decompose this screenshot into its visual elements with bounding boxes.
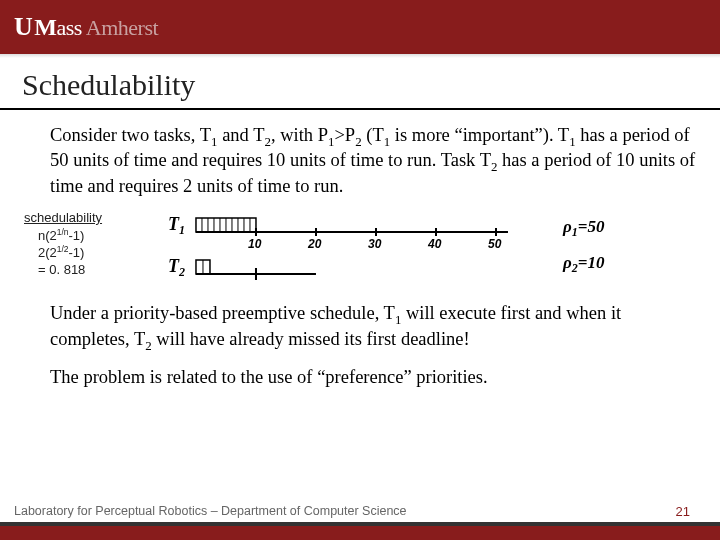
rho1-label: ρ1=50	[562, 217, 605, 239]
title-underline	[0, 108, 720, 110]
sched-line3: = 0. 818	[24, 262, 102, 278]
page-title: Schedulability	[0, 58, 720, 108]
footer: Laboratory for Perceptual Robotics – Dep…	[0, 500, 720, 540]
footer-page-number: 21	[676, 504, 690, 519]
logo-ass: ass	[56, 15, 81, 41]
p1-text: (T	[362, 125, 384, 145]
logo-m: M	[34, 14, 56, 41]
logo-amherst: Amherst	[86, 15, 158, 41]
umass-logo: U M ass Amherst	[14, 12, 158, 42]
timeline-diagram: T1 10 20 30 40 50 ρ1=50 T2	[116, 210, 720, 286]
paragraph-2: Under a priority-based preemptive schedu…	[0, 302, 720, 354]
sched-line1: n(21/n-1)	[24, 227, 102, 245]
p1-text: , with P	[271, 125, 328, 145]
svg-text:50: 50	[488, 237, 502, 251]
paragraph-1: Consider two tasks, T1 and T2, with P1>P…	[0, 124, 720, 199]
sched-label: schedulability	[24, 210, 102, 226]
t2-exec-bar	[196, 260, 210, 274]
p1-text: >P	[334, 125, 355, 145]
logo-u: U	[14, 12, 32, 42]
p1-text: and T	[218, 125, 265, 145]
svg-text:20: 20	[307, 237, 322, 251]
footer-text: Laboratory for Perceptual Robotics – Dep…	[0, 500, 720, 518]
svg-text:30: 30	[368, 237, 382, 251]
t2-label: T2	[168, 256, 185, 279]
t1-label: T1	[168, 214, 185, 237]
t1-exec-bar	[196, 218, 256, 232]
p1-text: Consider two tasks, T	[50, 125, 211, 145]
p2-text: Under a priority-based preemptive schedu…	[50, 303, 395, 323]
p2-text: will have already missed its first deadl…	[152, 329, 470, 349]
mid-row: schedulability n(21/n-1) 2(21/2-1) = 0. …	[0, 210, 720, 286]
svg-text:10: 10	[248, 237, 262, 251]
footer-bar	[0, 526, 720, 540]
svg-text:40: 40	[427, 237, 442, 251]
brand-header: U M ass Amherst	[0, 0, 720, 54]
schedulability-derivation: schedulability n(21/n-1) 2(21/2-1) = 0. …	[24, 210, 102, 278]
paragraph-3: The problem is related to the use of “pr…	[0, 366, 720, 389]
p1-text: is more “important”). T	[390, 125, 569, 145]
rho2-label: ρ2=10	[562, 253, 605, 275]
sched-line2: 2(21/2-1)	[24, 244, 102, 262]
